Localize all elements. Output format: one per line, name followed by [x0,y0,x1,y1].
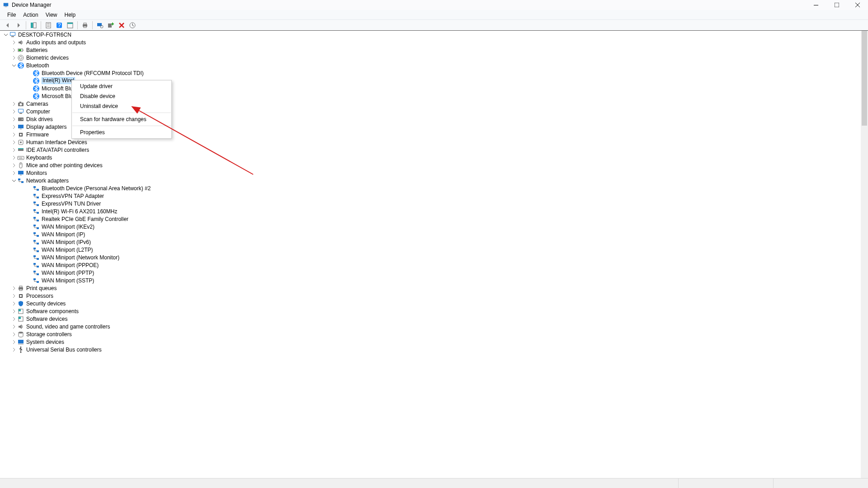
print-icon[interactable] [80,21,90,30]
back-icon[interactable] [3,21,13,30]
ide-icon [17,146,24,154]
svg-rect-83 [33,271,36,272]
chevron-down-icon[interactable] [11,63,16,68]
context-menu-item[interactable]: Properties [72,127,171,137]
tree-item-label: Intel(R) Wi-Fi 6 AX201 160MHz [42,208,117,215]
svg-rect-4 [31,23,33,28]
tree-row[interactable]: Print queues [0,284,868,292]
tree-row[interactable]: WAN Miniport (IPv6) [0,238,868,246]
chip-icon [17,292,24,300]
tree-row[interactable]: Bluetooth Device (Personal Area Network)… [0,184,868,192]
tree-row[interactable]: ExpressVPN TUN Driver [0,200,868,207]
tree-row[interactable]: Network adapters [0,177,868,184]
tree-row[interactable]: WAN Miniport (L2TP) [0,246,868,253]
menu-file[interactable]: File [4,11,19,19]
chevron-right-icon[interactable] [11,324,16,329]
tree-row[interactable]: System devices [0,338,868,346]
tree-row[interactable]: Bluetooth Device (RFCOMM Protocol TDI) [0,69,868,77]
action-icon[interactable] [65,21,75,30]
scan-hardware-icon[interactable] [95,21,105,30]
tree-row[interactable]: Sound, video and game controllers [0,323,868,330]
tree-row[interactable]: Audio inputs and outputs [0,38,868,46]
chevron-right-icon[interactable] [11,140,16,145]
chevron-right-icon[interactable] [11,339,16,345]
tree-row[interactable]: Intel(R) Wi-Fi 6 AX201 160MHz [0,207,868,215]
chevron-right-icon[interactable] [11,347,16,352]
menu-help[interactable]: Help [61,11,80,19]
tree-row[interactable]: Software components [0,307,868,315]
chevron-right-icon[interactable] [11,155,16,160]
chevron-right-icon[interactable] [11,286,16,291]
properties-icon[interactable] [43,21,53,30]
maximize-button[interactable] [826,0,847,10]
tree-row[interactable]: Mice and other pointing devices [0,161,868,169]
chevron-right-icon[interactable] [11,47,16,53]
tree-item-label: WAN Miniport (Network Monitor) [42,254,119,261]
tree-row[interactable]: Software devices [0,315,868,323]
context-menu-item[interactable]: Uninstall device [72,101,171,111]
tree-row[interactable]: WAN Miniport (SSTP) [0,277,868,284]
chevron-down-icon[interactable] [3,32,8,38]
close-button[interactable] [847,0,868,10]
show-hide-console-tree-icon[interactable] [28,21,38,30]
tree-item-label: Sound, video and game controllers [26,324,110,330]
chevron-right-icon[interactable] [11,147,16,153]
chevron-right-icon[interactable] [11,293,16,299]
chevron-right-icon[interactable] [11,40,16,45]
tree-row[interactable]: Storage controllers [0,330,868,338]
chevron-right-icon[interactable] [11,117,16,122]
remove-device-icon[interactable] [117,21,127,30]
chevron-right-icon[interactable] [11,101,16,107]
update-driver-icon[interactable] [127,21,137,30]
chevron-right-icon[interactable] [11,301,16,306]
network-icon [33,200,40,207]
chevron-right-icon[interactable] [11,309,16,314]
svg-rect-48 [18,149,24,151]
svg-rect-16 [84,26,86,28]
tree-row[interactable]: IDE ATA/ATAPI controllers [0,146,868,154]
svg-rect-88 [19,286,22,287]
help-icon[interactable]: ? [54,21,64,30]
vertical-scrollbar[interactable] [861,31,868,478]
tree-row[interactable]: Batteries [0,46,868,54]
add-legacy-hardware-icon[interactable] [106,21,116,30]
chevron-right-icon[interactable] [11,170,16,176]
tree-row[interactable]: Processors [0,292,868,300]
menu-view[interactable]: View [42,11,61,19]
tree-row[interactable]: Realtek PCIe GbE Family Controller [0,215,868,223]
tree-row[interactable]: WAN Miniport (PPPOE) [0,261,868,269]
tree-row[interactable]: ExpressVPN TAP Adapter [0,192,868,200]
tree-row[interactable]: WAN Miniport (IKEv2) [0,223,868,230]
tree-row[interactable]: Security devices [0,300,868,307]
tree-row[interactable]: WAN Miniport (Network Monitor) [0,253,868,261]
tree-row[interactable]: Biometric devices [0,54,868,61]
context-menu-separator [72,113,171,113]
tree-row[interactable]: Human Interface Devices [0,138,868,146]
tree-row[interactable]: WAN Miniport (IP) [0,230,868,238]
shield-icon [17,300,24,307]
forward-icon[interactable] [14,21,24,30]
chevron-right-icon[interactable] [11,163,16,168]
chevron-right-icon[interactable] [11,332,16,337]
tree-row[interactable]: Keyboards [0,154,868,161]
svg-point-99 [20,346,22,347]
menu-action[interactable]: Action [19,11,42,19]
chevron-right-icon[interactable] [11,55,16,61]
chevron-right-icon[interactable] [11,109,16,114]
chevron-right-icon[interactable] [11,124,16,130]
chevron-right-icon[interactable] [11,316,16,322]
tree-item-label: System devices [26,339,64,345]
tree-row[interactable]: WAN Miniport (PPTP) [0,269,868,277]
chevron-down-icon[interactable] [11,178,16,183]
chevron-right-icon[interactable] [11,132,16,137]
tree-row[interactable]: DESKTOP-FGTR6CN [0,31,868,38]
tree-row[interactable]: Universal Serial Bus controllers [0,346,868,353]
context-menu-item[interactable]: Disable device [72,91,171,101]
tree-row[interactable]: Bluetooth [0,61,868,69]
tree-row[interactable]: Monitors [0,169,868,177]
minimize-button[interactable] [806,0,826,10]
svg-rect-93 [19,309,21,311]
context-menu-item[interactable]: Scan for hardware changes [72,114,171,124]
scrollbar-thumb[interactable] [862,31,867,126]
context-menu-item[interactable]: Update driver [72,81,171,91]
